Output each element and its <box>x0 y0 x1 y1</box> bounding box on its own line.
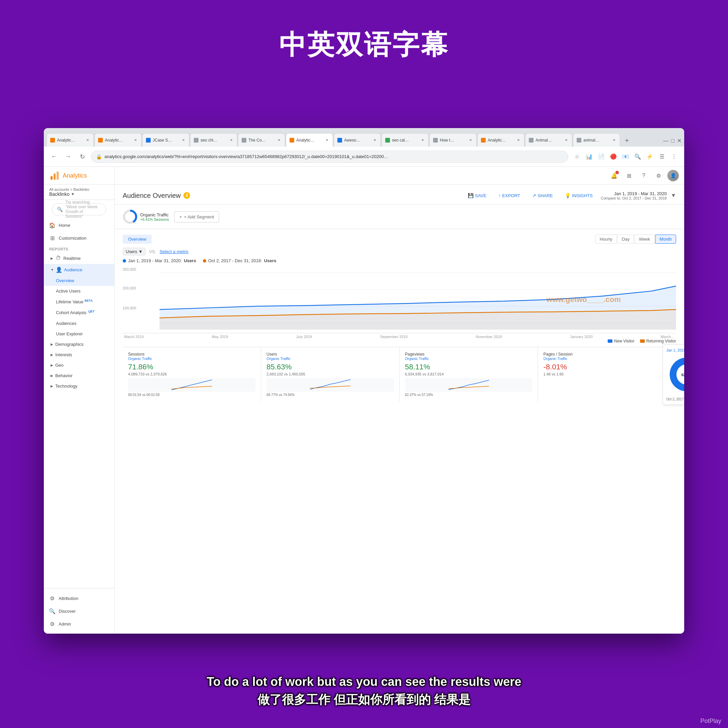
extension-icon-3[interactable]: 🔴 <box>608 151 619 162</box>
date-range-expand-icon[interactable]: ▼ <box>671 193 676 199</box>
browser-tab-5[interactable]: The Co… ✕ <box>238 133 285 147</box>
forward-button[interactable]: → <box>63 151 73 162</box>
close-window-button[interactable]: ✕ <box>677 138 682 144</box>
account-selector[interactable]: All accounts > Backlinko Backlinko ▼ <box>44 185 114 200</box>
info-icon[interactable]: ℹ <box>184 192 190 199</box>
sidebar-item-behavior[interactable]: ▶ Behavior <box>44 370 114 381</box>
customization-icon: ⊞ <box>49 235 55 241</box>
tab-close-5[interactable]: ✕ <box>277 138 281 142</box>
sidebar-item-attribution[interactable]: ⚙ Attribution <box>44 592 114 605</box>
extension-icon-7[interactable]: ☰ <box>656 151 667 162</box>
tab-close-9[interactable]: ✕ <box>468 138 473 142</box>
notifications-button[interactable]: 🔔 1 <box>608 170 620 182</box>
ga-search-bar[interactable]: 🔍 Try searching "Week over Week Growth o… <box>52 203 106 216</box>
time-tab-week[interactable]: Week <box>635 235 655 244</box>
new-tab-button[interactable]: + <box>621 135 633 147</box>
stat-card-sessions: Sessions Organic Traffic 71.86% 4,089,73… <box>123 347 261 401</box>
maximize-button[interactable]: □ <box>671 138 674 144</box>
sidebar-item-interests[interactable]: ▶ Interests <box>44 350 114 360</box>
browser-tab-4[interactable]: seo chi… ✕ <box>190 133 237 147</box>
insights-button[interactable]: 💡 INSIGHTS <box>561 191 596 200</box>
sidebar-item-admin[interactable]: ⚙ Admin <box>44 618 114 630</box>
ga-header: Analytics <box>44 167 114 185</box>
stat-card-users: Users Organic Traffic 85.63% 2,693,102 v… <box>261 347 400 401</box>
sidebar-item-user-explorer[interactable]: User Explorer <box>44 329 114 339</box>
sidebar-item-lifetime-value[interactable]: Lifetime Value BETA <box>44 296 114 307</box>
tab-favicon-5 <box>242 138 246 142</box>
browser-tab-10[interactable]: Analytic… ✕ <box>477 133 525 147</box>
interests-label: Interests <box>55 352 72 357</box>
tab-close-10[interactable]: ✕ <box>516 138 521 142</box>
browser-content: Analytics All accounts > Backlinko Backl… <box>44 167 684 634</box>
help-button[interactable]: ? <box>638 170 650 182</box>
bookmark-button[interactable]: ☆ <box>572 151 583 162</box>
analytics-brand-label: Analytics <box>63 172 87 179</box>
reload-button[interactable]: ↻ <box>77 151 88 162</box>
browser-tab-12[interactable]: animal… ✕ <box>573 133 620 147</box>
time-tab-hourly[interactable]: Hourly <box>595 235 617 244</box>
sidebar-item-discover[interactable]: 🔍 Discover <box>44 605 114 618</box>
extension-icon-2[interactable]: 📄 <box>596 151 607 162</box>
browser-tab-11[interactable]: Animal… ✕ <box>525 133 572 147</box>
back-button[interactable]: ← <box>49 151 59 162</box>
tab-close-7[interactable]: ✕ <box>372 138 377 142</box>
account-dropdown-icon: ▼ <box>71 192 75 196</box>
add-segment-button[interactable]: + + Add Segment <box>174 211 219 222</box>
extension-icon-6[interactable]: ⚡ <box>644 151 655 162</box>
browser-tab-9[interactable]: How t… ✕ <box>430 133 477 147</box>
sidebar-item-overview[interactable]: Overview <box>44 275 114 286</box>
save-button[interactable]: 💾 SAVE <box>464 191 490 200</box>
chart-controls: Overview Hourly Day Week Month <box>123 235 676 244</box>
browser-tab-7[interactable]: Aweso… ✕ <box>334 133 381 147</box>
export-button[interactable]: ↑ EXPORT <box>494 191 524 200</box>
extension-icon-4[interactable]: 📧 <box>620 151 631 162</box>
time-tab-month[interactable]: Month <box>655 235 676 244</box>
time-tab-group: Hourly Day Week Month <box>595 235 676 244</box>
user-avatar[interactable]: 👤 <box>667 170 679 181</box>
minimize-button[interactable]: — <box>663 138 668 144</box>
share-button[interactable]: ↗ SHARE <box>528 191 557 200</box>
browser-tab-8[interactable]: seo cal… ✕ <box>382 133 429 147</box>
sidebar-item-audiences[interactable]: Audiences <box>44 318 114 329</box>
apps-button[interactable]: ⊞ <box>623 170 635 182</box>
browser-tab-1[interactable]: Analytic… ✕ <box>46 133 94 147</box>
date-range-display[interactable]: Jan 1, 2019 - Mar 31, 2020 Compare to: O… <box>601 191 667 200</box>
x-label-january2020: January 2020 <box>570 335 593 339</box>
extension-icon-5[interactable]: 🔍 <box>632 151 643 162</box>
sidebar-item-home[interactable]: 🏠 Home <box>44 219 114 231</box>
more-options-button[interactable]: ⋮ <box>669 151 679 162</box>
pages-session-value: -8.01% <box>543 362 671 372</box>
extension-icon-1[interactable]: 📊 <box>584 151 595 162</box>
discover-icon: 🔍 <box>49 608 55 614</box>
pageviews-mini-label: 62.37% vs 57.19% <box>405 393 532 397</box>
tab-close-8[interactable]: ✕ <box>420 138 425 142</box>
tab-close-2[interactable]: ✕ <box>133 138 138 142</box>
sidebar-item-audience[interactable]: ▼ 👤 Audience <box>44 264 114 275</box>
tab-close-1[interactable]: ✕ <box>85 138 90 142</box>
sidebar-item-technology[interactable]: ▶ Technology <box>44 381 114 391</box>
address-bar[interactable]: 🔒 analytics.google.com/analytics/web/?hl… <box>91 151 568 163</box>
sidebar-item-geo[interactable]: ▶ Geo <box>44 360 114 370</box>
tab-close-3[interactable]: ✕ <box>181 138 186 142</box>
sidebar-item-cohort-analysis[interactable]: Cohort Analysis QET <box>44 307 114 318</box>
browser-tab-6[interactable]: Analytic… ✕ <box>286 133 333 147</box>
sidebar-item-demographics[interactable]: ▶ Demographics <box>44 339 114 350</box>
date1-dot <box>123 259 126 263</box>
tab-close-4[interactable]: ✕ <box>229 138 234 142</box>
settings-button[interactable]: ⚙ <box>653 170 665 182</box>
users-metric-selector[interactable]: Users ▼ <box>123 248 145 255</box>
tab-close-12[interactable]: ✕ <box>612 138 616 142</box>
select-metric-link[interactable]: Select a metric <box>159 249 188 254</box>
sidebar-item-customization[interactable]: ⊞ Customization <box>44 231 114 244</box>
legend-new-visitor: New Visitor <box>608 339 634 343</box>
organic-segment[interactable]: Organic Traffic +6.41% Sessions <box>123 209 169 224</box>
browser-tab-2[interactable]: Analytic… ✕ <box>94 133 142 147</box>
sidebar-item-realtime[interactable]: ▶ ⏱ Realtime <box>44 252 114 264</box>
time-tab-day[interactable]: Day <box>618 235 634 244</box>
browser-tab-3[interactable]: JCase S… ✕ <box>142 133 190 147</box>
sidebar-item-active-users[interactable]: Active Users <box>44 286 114 296</box>
pageviews-mini-chart <box>405 378 532 392</box>
tab-close-6[interactable]: ✕ <box>324 138 329 142</box>
tab-close-11[interactable]: ✕ <box>564 138 569 142</box>
overview-tab[interactable]: Overview <box>123 235 151 244</box>
